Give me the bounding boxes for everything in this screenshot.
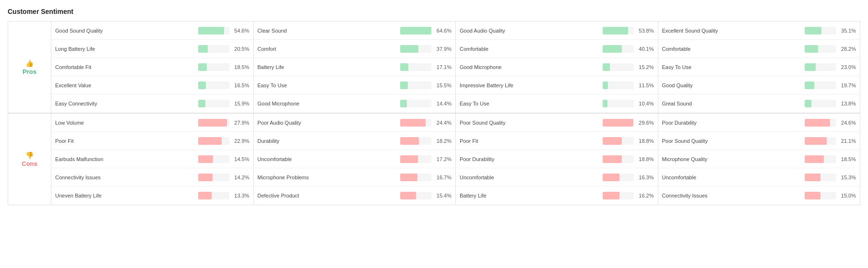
item-label: Comfortable (662, 46, 802, 52)
pros-icon: 👍 (25, 59, 34, 67)
pct-label: 14.5% (232, 156, 250, 162)
pct-label: 37.9% (434, 46, 452, 52)
list-item: Poor Audio Quality24.4% (254, 114, 456, 132)
bar-fill (603, 192, 619, 199)
item-label: Easy To Use (662, 64, 802, 70)
list-item: Easy To Use15.5% (254, 76, 456, 94)
item-label: Earbuds Malfunction (55, 156, 195, 162)
item-label: Good Sound Quality (55, 28, 195, 34)
item-label: Easy Connectivity (55, 101, 195, 106)
list-item: Poor Fit22.9% (51, 132, 253, 150)
bar-wrapper (198, 45, 229, 53)
bar-wrapper (400, 174, 431, 181)
bar-wrapper (198, 192, 229, 199)
list-item: Good Sound Quality54.6% (51, 22, 253, 40)
bar-wrapper (198, 174, 229, 181)
item-label: Excellent Value (55, 82, 195, 88)
bar-fill (805, 45, 818, 53)
pct-label: 53.8% (637, 28, 654, 34)
bar-fill (198, 82, 206, 89)
quadrant-cons-0: Low Volume27.9%Poor Fit22.9%Earbuds Malf… (51, 114, 254, 205)
bar-wrapper (603, 27, 634, 35)
bar-fill (805, 100, 811, 107)
pct-label: 28.2% (839, 46, 856, 52)
item-label: Clear Sound (258, 28, 398, 34)
bar-wrapper (400, 137, 431, 145)
pct-label: 17.2% (434, 156, 452, 162)
list-item: Uncomfortable15.3% (658, 168, 860, 186)
bar-fill (805, 63, 816, 71)
bar-fill (198, 119, 227, 127)
bar-fill (603, 45, 622, 53)
list-item: Good Microphone15.2% (456, 58, 658, 76)
bar-fill (805, 192, 820, 199)
pct-label: 22.9% (232, 138, 250, 144)
item-label: Poor Durability (460, 156, 600, 162)
bar-wrapper (400, 119, 431, 127)
bar-fill (198, 174, 213, 181)
item-label: Durability (258, 138, 398, 144)
list-item: Comfortable40.1% (456, 40, 658, 58)
pct-label: 15.2% (637, 64, 654, 70)
item-label: Poor Durability (662, 120, 802, 126)
bar-wrapper (805, 100, 836, 107)
pct-label: 20.5% (232, 46, 250, 52)
list-item: Microphone Problems16.7% (254, 168, 456, 186)
quadrant-pros-2: Good Audio Quality53.8%Comfortable40.1%G… (456, 22, 658, 113)
item-label: Poor Audio Quality (258, 120, 398, 126)
list-item: Good Microphone14.4% (254, 94, 456, 113)
pct-label: 13.3% (232, 193, 250, 198)
item-label: Low Volume (55, 120, 195, 126)
quadrant-pros-1: Clear Sound64.6%Comfort37.9%Battery Life… (254, 22, 456, 113)
pct-label: 16.5% (232, 82, 250, 88)
bar-fill (805, 27, 821, 35)
pct-label: 13.8% (839, 101, 856, 106)
item-label: Easy To Use (258, 82, 398, 88)
bar-wrapper (400, 45, 431, 53)
bar-wrapper (805, 82, 836, 89)
bar-fill (198, 45, 208, 53)
pct-label: 18.2% (434, 138, 452, 144)
pros-label: Pros (23, 68, 36, 75)
bar-wrapper (603, 45, 634, 53)
pct-label: 15.3% (839, 175, 856, 180)
section-label-cons: 👎Cons (8, 114, 51, 205)
list-item: Easy Connectivity15.9% (51, 94, 253, 113)
bar-wrapper (603, 174, 634, 181)
bar-fill (603, 100, 607, 107)
list-item: Comfortable28.2% (658, 40, 860, 58)
bar-fill (198, 100, 206, 107)
item-label: Uneven Battery Life (55, 193, 195, 198)
bar-fill (805, 137, 827, 145)
bar-wrapper (198, 155, 229, 163)
pct-label: 19.7% (839, 82, 856, 88)
list-item: Poor Durability24.6% (658, 114, 860, 132)
list-item: Comfort37.9% (254, 40, 456, 58)
pct-label: 16.3% (637, 175, 654, 180)
list-item: Poor Sound Quality21.1% (658, 132, 860, 150)
bar-wrapper (805, 119, 836, 127)
bar-fill (198, 27, 225, 35)
item-label: Poor Sound Quality (662, 138, 802, 144)
bar-wrapper (400, 63, 431, 71)
bar-fill (198, 63, 207, 71)
list-item: Excellent Sound Quality35.1% (658, 22, 860, 40)
pct-label: 18.8% (637, 138, 654, 144)
list-item: Clear Sound64.6% (254, 22, 456, 40)
section-label-pros: 👍Pros (8, 22, 51, 113)
pct-label: 21.1% (839, 138, 856, 144)
bar-wrapper (805, 45, 836, 53)
list-item: Low Volume27.9% (51, 114, 253, 132)
list-item: Comfortable Fit18.5% (51, 58, 253, 76)
list-item: Easy To Use10.4% (456, 94, 658, 113)
item-label: Poor Fit (55, 138, 195, 144)
pct-label: 14.4% (434, 101, 452, 106)
list-item: Earbuds Malfunction14.5% (51, 150, 253, 168)
pct-label: 35.1% (839, 28, 856, 34)
bar-fill (603, 174, 619, 181)
list-item: Microphone Quality18.5% (658, 150, 860, 168)
item-label: Uncomfortable (460, 175, 600, 180)
bar-wrapper (198, 100, 229, 107)
bar-fill (400, 82, 408, 89)
pct-label: 23.0% (839, 64, 856, 70)
